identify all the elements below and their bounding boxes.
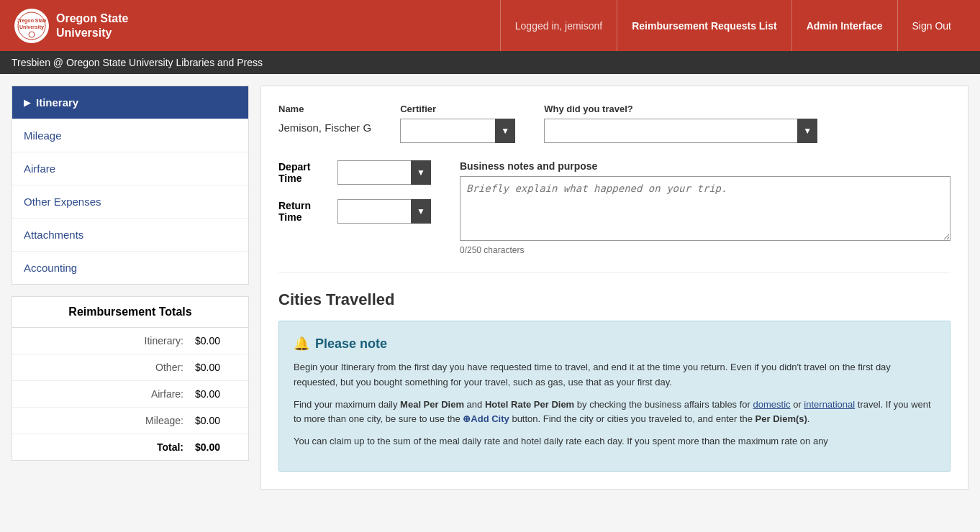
totals-total-label: Total: [27, 441, 183, 453]
reimbursement-totals-box: Reimbursement Totals Itinerary: $0.00 Ot… [12, 296, 249, 461]
certifier-group: Certifier ▼ [400, 104, 515, 143]
sidebar: ▶ Itinerary Mileage Airfare Other Expens… [12, 86, 249, 461]
sidebar-item-itinerary-label: Itinerary [36, 96, 78, 109]
please-note-box: 🔔 Please note Begin your Itinerary from … [278, 321, 950, 472]
business-notes-textarea[interactable] [460, 176, 950, 241]
sidebar-item-airfare[interactable]: Airfare [12, 152, 248, 185]
depart-notes-section: DepartTime ▼ ReturnTime ▼ [278, 160, 950, 273]
why-travel-label: Why did you travel? [544, 104, 817, 114]
name-value: Jemison, Fischer G [278, 119, 371, 137]
totals-itinerary-value: $0.00 [183, 335, 234, 347]
sidebar-nav: ▶ Itinerary Mileage Airfare Other Expens… [12, 86, 249, 285]
return-label: ReturnTime [278, 200, 329, 223]
totals-mileage-value: $0.00 [183, 415, 234, 426]
name-group: Name Jemison, Fischer G [278, 104, 371, 143]
svg-text:Oregon State: Oregon State [17, 18, 46, 24]
totals-airfare-label: Airfare: [27, 388, 183, 400]
note-title: 🔔 Please note [294, 336, 935, 352]
sign-out-link[interactable]: Sign Out [897, 0, 966, 51]
depart-return-section: DepartTime ▼ ReturnTime ▼ [278, 160, 431, 255]
totals-itinerary-label: Itinerary: [27, 335, 183, 347]
totals-other-label: Other: [27, 362, 183, 373]
char-count: 0/250 characters [460, 245, 950, 255]
sub-header: Tresbien @ Oregon State University Libra… [0, 51, 980, 74]
sidebar-item-itinerary[interactable]: ▶ Itinerary [12, 86, 248, 119]
reimbursement-requests-link[interactable]: Reimbursement Requests List [617, 0, 791, 51]
plus-icon: ⊕ [463, 413, 471, 424]
why-travel-group: Why did you travel? ▼ [544, 104, 817, 143]
depart-row: DepartTime ▼ [278, 160, 431, 185]
why-travel-select[interactable] [544, 119, 817, 143]
return-select-wrapper: ▼ [337, 199, 431, 224]
logo-area: Oregon State University Oregon State Uni… [14, 9, 500, 43]
meal-per-diem-text: Meal Per Diem [400, 399, 464, 410]
totals-other-value: $0.00 [183, 362, 234, 373]
depart-time-select[interactable] [337, 160, 431, 185]
bell-icon: 🔔 [294, 336, 309, 352]
sidebar-item-attachments[interactable]: Attachments [12, 219, 248, 252]
return-time-select[interactable] [337, 199, 431, 224]
note-paragraph-3: You can claim up to the sum of the meal … [294, 434, 935, 449]
logo-text: Oregon State University [56, 12, 128, 39]
why-travel-select-wrapper: ▼ [544, 119, 817, 143]
totals-total-value: $0.00 [183, 441, 234, 453]
sidebar-item-other-expenses[interactable]: Other Expenses [12, 185, 248, 219]
header: Oregon State University Oregon State Uni… [0, 0, 980, 51]
totals-title: Reimbursement Totals [12, 297, 248, 328]
business-notes-section: Business notes and purpose 0/250 charact… [460, 160, 950, 255]
sidebar-item-mileage[interactable]: Mileage [12, 119, 248, 152]
totals-row-mileage: Mileage: $0.00 [12, 408, 248, 434]
note-paragraph-2: Find your maximum daily Meal Per Diem an… [294, 398, 935, 428]
note-title-text: Please note [315, 336, 387, 352]
return-row: ReturnTime ▼ [278, 199, 431, 224]
name-label: Name [278, 104, 371, 114]
totals-row-airfare: Airfare: $0.00 [12, 381, 248, 408]
certifier-select-wrapper: ▼ [400, 119, 515, 143]
header-nav: Logged in, jemisonf Reimbursement Reques… [500, 0, 966, 51]
totals-row-total: Total: $0.00 [12, 434, 248, 460]
domestic-link[interactable]: domestic [753, 399, 791, 410]
logged-in-text: Logged in, jemisonf [500, 0, 617, 51]
form-section: Name Jemison, Fischer G Certifier ▼ Why … [278, 104, 950, 143]
svg-text:University: University [19, 24, 44, 30]
main-content: Name Jemison, Fischer G Certifier ▼ Why … [260, 86, 968, 490]
business-notes-label: Business notes and purpose [460, 160, 950, 172]
per-diem-text: Per Diem(s) [756, 413, 807, 424]
arrow-icon: ▶ [24, 98, 30, 108]
admin-interface-link[interactable]: Admin Interface [791, 0, 897, 51]
hotel-rate-text: Hotel Rate Per Diem [485, 399, 574, 410]
note-paragraph-1: Begin your Itinerary from the first day … [294, 360, 935, 390]
main-layout: ▶ Itinerary Mileage Airfare Other Expens… [0, 74, 980, 501]
totals-airfare-value: $0.00 [183, 388, 234, 400]
add-city-link[interactable]: ⊕Add City [463, 413, 509, 424]
international-link[interactable]: international [804, 399, 855, 410]
certifier-select[interactable] [400, 119, 515, 143]
sidebar-item-accounting[interactable]: Accounting [12, 252, 248, 284]
totals-row-other: Other: $0.00 [12, 354, 248, 381]
logo-icon: Oregon State University [14, 9, 49, 43]
totals-row-itinerary: Itinerary: $0.00 [12, 328, 248, 354]
totals-mileage-label: Mileage: [27, 415, 183, 426]
sub-header-text: Tresbien @ Oregon State University Libra… [12, 57, 263, 68]
cities-travelled-title: Cities Travelled [278, 290, 950, 309]
certifier-label: Certifier [400, 104, 515, 114]
depart-label: DepartTime [278, 161, 329, 184]
depart-select-wrapper: ▼ [337, 160, 431, 185]
